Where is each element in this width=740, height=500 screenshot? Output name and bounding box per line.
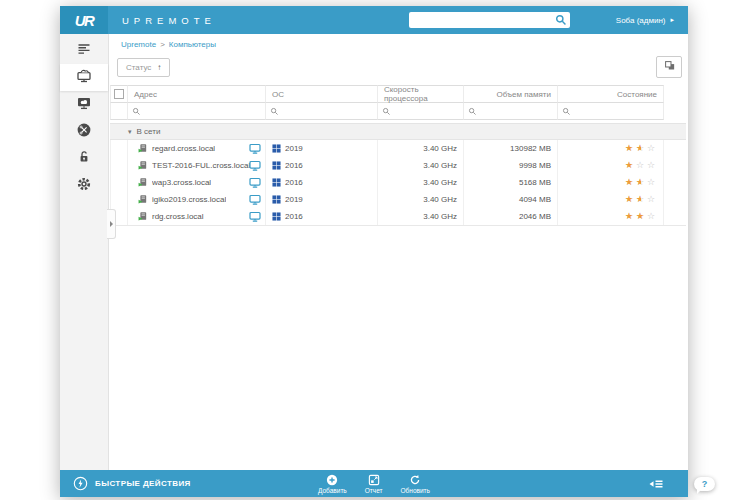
windows-logo-icon	[272, 144, 281, 153]
menu-icon	[76, 41, 92, 61]
filter-address[interactable]	[128, 103, 266, 120]
row-select-cell[interactable]	[110, 174, 128, 191]
lightning-icon	[73, 476, 88, 491]
os-cell: 2016	[266, 208, 378, 225]
star-icon: ☆★	[625, 160, 635, 171]
column-header-state[interactable]: Состояние	[558, 85, 664, 103]
os-version-text: 2016	[285, 178, 303, 187]
remote-desktop-icon[interactable]	[249, 160, 261, 171]
help-chat-bubble[interactable]: ?	[694, 477, 715, 491]
content-area: Upremote > Компьютеры Статус ↑ Адрес ОС	[109, 34, 688, 470]
address-text: TEST-2016-FUL.cross.local	[152, 161, 250, 170]
star-icon: ☆★	[636, 143, 646, 154]
select-all-checkbox[interactable]	[114, 89, 124, 99]
address-text: igiko2019.cross.local	[152, 195, 226, 204]
group-expand-icon: ▾	[128, 128, 132, 136]
refresh-button[interactable]: Обновить	[401, 474, 430, 494]
state-rating-cell: ☆★☆★☆★	[558, 191, 664, 208]
star-icon: ☆★	[647, 160, 657, 171]
group-row-online[interactable]: ▾ В сети	[110, 123, 686, 140]
breadcrumb-current[interactable]: Компьютеры	[169, 40, 216, 49]
sidebar-item-menu[interactable]	[60, 37, 108, 64]
sidebar-item-connections[interactable]	[60, 118, 108, 145]
remote-desktop-icon[interactable]	[249, 177, 261, 188]
table-row[interactable]: TEST-2016-FUL.cross.local20163.40 GHz999…	[110, 157, 686, 174]
address-cell: regard.cross.local	[128, 140, 266, 157]
table-row[interactable]: igiko2019.cross.local20193.40 GHz4094 MB…	[110, 191, 686, 208]
row-select-cell[interactable]	[110, 140, 128, 157]
user-name: Soба (админ)	[616, 16, 666, 25]
os-version-text: 2019	[285, 144, 303, 153]
star-icon: ☆★	[647, 211, 657, 222]
filter-os[interactable]	[266, 103, 378, 120]
row-select-cell[interactable]	[110, 157, 128, 174]
os-version-text: 2016	[285, 161, 303, 170]
report-button[interactable]: Отчет	[365, 474, 383, 494]
collapse-panel-button[interactable]	[646, 478, 688, 490]
sidebar-item-network[interactable]	[60, 91, 108, 118]
brand-title: UPREMOTE	[122, 15, 216, 26]
star-icon: ☆★	[636, 194, 646, 205]
connections-icon	[76, 122, 92, 142]
remote-computers-icon	[76, 68, 92, 88]
address-cell: wap3.cross.local	[128, 174, 266, 191]
search-input[interactable]	[412, 11, 555, 29]
add-icon	[326, 474, 338, 486]
os-cell: 2016	[266, 157, 378, 174]
address-text: regard.cross.local	[152, 144, 215, 153]
state-rating-cell: ☆★☆★☆★	[558, 208, 664, 225]
table-row[interactable]: regard.cross.local20193.40 GHz130982 MB☆…	[110, 140, 686, 157]
column-chooser-button[interactable]	[656, 56, 682, 78]
server-icon	[138, 143, 148, 154]
table-row[interactable]: rdg.cross.local20163.40 GHz2046 MB☆★☆★☆★	[110, 208, 686, 225]
upremote-logo[interactable]: UR	[60, 6, 108, 34]
refresh-icon	[409, 474, 421, 486]
filter-state[interactable]	[558, 103, 664, 120]
star-icon: ☆★	[636, 160, 646, 171]
column-header-address[interactable]: Адрес	[128, 85, 266, 103]
star-icon: ☆★	[636, 177, 646, 188]
star-icon: ☆★	[625, 143, 635, 154]
top-bar: UR UPREMOTE Soба (админ) ▸	[60, 6, 688, 34]
os-version-text: 2016	[285, 212, 303, 221]
address-cell: rdg.cross.local	[128, 208, 266, 225]
group-by-status-chip[interactable]: Статус ↑	[117, 58, 170, 77]
grid-header-row: Адрес ОС Скорость процессора Объем памят…	[110, 85, 686, 103]
windows-logo-icon	[272, 178, 281, 187]
memory-cell: 130982 MB	[464, 140, 558, 157]
star-icon: ☆★	[636, 211, 646, 222]
add-button[interactable]: Добавить	[318, 474, 347, 494]
server-icon	[138, 177, 148, 188]
search-box	[409, 12, 570, 28]
windows-logo-icon	[272, 212, 281, 221]
sidebar-expander-handle[interactable]	[107, 209, 116, 239]
sort-ascending-icon: ↑	[157, 63, 161, 72]
column-header-os[interactable]: ОС	[266, 85, 378, 103]
user-menu[interactable]: Soба (админ) ▸	[582, 16, 688, 25]
star-icon: ☆★	[625, 177, 635, 188]
memory-cell: 2046 MB	[464, 208, 558, 225]
remote-desktop-icon[interactable]	[249, 211, 261, 222]
row-select-cell[interactable]	[110, 191, 128, 208]
column-chooser-icon	[663, 58, 676, 76]
state-rating-cell: ☆★☆★☆★	[558, 157, 664, 174]
sidebar-item-settings[interactable]	[60, 172, 108, 199]
main-area: Upremote > Компьютеры Статус ↑ Адрес ОС	[60, 34, 688, 470]
breadcrumb-root[interactable]: Upremote	[121, 40, 156, 49]
search-icon[interactable]	[555, 14, 567, 26]
table-row[interactable]: wap3.cross.local20163.40 GHz5168 MB☆★☆★☆…	[110, 174, 686, 191]
memory-cell: 9998 MB	[464, 157, 558, 174]
star-icon: ☆★	[625, 211, 635, 222]
address-cell: TEST-2016-FUL.cross.local	[128, 157, 266, 174]
filter-memory[interactable]	[464, 103, 558, 120]
remote-desktop-icon[interactable]	[249, 143, 261, 154]
bottom-bar: БЫСТРЫЕ ДЕЙСТВИЯ Добавить Отчет Обновить	[60, 470, 688, 497]
column-header-memory[interactable]: Объем памяти	[464, 85, 558, 103]
filter-cpu[interactable]	[378, 103, 464, 120]
quick-actions-button[interactable]: БЫСТРЫЕ ДЕЙСТВИЯ	[60, 476, 191, 491]
app-window: UR UPREMOTE Soба (админ) ▸	[60, 6, 688, 497]
sidebar-item-security[interactable]	[60, 145, 108, 172]
column-header-cpu[interactable]: Скорость процессора	[378, 85, 464, 103]
sidebar-item-computers[interactable]	[60, 64, 108, 91]
remote-desktop-icon[interactable]	[249, 194, 261, 205]
